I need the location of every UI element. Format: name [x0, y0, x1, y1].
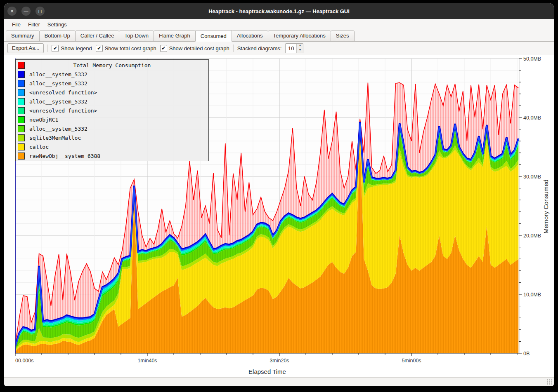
checkbox-label: Show total cost graph [105, 45, 156, 52]
menu-item-settings[interactable]: Settings [44, 20, 71, 29]
tab-bottom-up[interactable]: Bottom-Up [39, 31, 76, 41]
toolbar-separator [233, 45, 234, 52]
legend-label: alloc__system_5332 [29, 126, 87, 132]
stacked-diagrams-value: 10 [286, 44, 296, 53]
toolbar: Export As... ✔Show legend✔Show total cos… [4, 42, 554, 55]
legend-item: alloc__system_5332 [16, 79, 208, 88]
tab-consumed[interactable]: Consumed [195, 30, 232, 42]
svg-text:5min00s: 5min00s [402, 358, 421, 364]
legend-swatch [18, 125, 25, 132]
checkbox-label: Show detailed cost graph [169, 45, 229, 52]
checkbox-show-detailed-cost-graph[interactable]: ✔Show detailed cost graph [160, 45, 229, 52]
legend-label: <unresolved function> [29, 89, 97, 96]
legend-item: sqlite3MemMalloc [16, 133, 208, 142]
minimize-button[interactable]: — [21, 7, 31, 16]
tab-temporary-allocations[interactable]: Temporary Allocations [268, 31, 331, 41]
legend-label: alloc__system_5332 [29, 71, 87, 77]
checkmark-icon: ✔ [160, 45, 167, 52]
checkmark-icon: ✔ [96, 45, 103, 52]
svg-text:10,0MB: 10,0MB [523, 292, 541, 298]
legend-swatch [18, 71, 25, 78]
legend-title-row: Total Memory Consumption [16, 61, 208, 70]
spin-down-button[interactable]: ▼ [297, 48, 303, 53]
tab-caller-callee[interactable]: Caller / Callee [75, 31, 120, 41]
svg-text:3min20s: 3min20s [270, 358, 289, 364]
legend-item: alloc__system_5332 [16, 124, 208, 133]
legend-item: rawNewObj__system_6388 [16, 151, 208, 160]
window-title: Heaptrack - heaptrack.wakunode.1.gz — He… [4, 8, 554, 14]
svg-text:1min40s: 1min40s [137, 358, 157, 364]
checkbox-group: ✔Show legend✔Show total cost graph✔Show … [52, 45, 229, 52]
tab-bar: SummaryBottom-UpCaller / CalleeTop-DownF… [4, 30, 554, 42]
legend-item: <unresolved function> [16, 106, 208, 115]
legend-item: alloc__system_5332 [16, 97, 208, 106]
checkbox-label: Show legend [61, 45, 92, 52]
y-axis-title: Memory Consumed [542, 180, 549, 234]
legend-item: alloc__system_5332 [16, 70, 208, 79]
status-bar [4, 377, 554, 386]
toolbar-separator [47, 45, 48, 52]
legend-swatch [18, 116, 25, 123]
spin-down-icon: ▼ [298, 48, 301, 51]
menu-item-file[interactable]: File [8, 20, 24, 29]
spin-up-icon: ▲ [298, 44, 301, 47]
stacked-diagrams-spinbox[interactable]: 10 ▲ ▼ [285, 43, 303, 53]
legend-swatch [18, 107, 25, 114]
tab-allocations[interactable]: Allocations [232, 31, 268, 41]
title-bar[interactable]: ✕ — ◻ Heaptrack - heaptrack.wakunode.1.g… [4, 3, 554, 19]
tab-top-down[interactable]: Top-Down [119, 31, 154, 41]
close-button[interactable]: ✕ [7, 7, 17, 16]
stacked-diagrams-label: Stacked diagrams: [237, 45, 282, 52]
legend-item: newObjRC1 [16, 115, 208, 124]
tab-summary[interactable]: Summary [6, 31, 40, 41]
svg-text:40,0MB: 40,0MB [523, 115, 541, 121]
menu-item-filter[interactable]: Filter [24, 20, 44, 29]
legend-label: newObjRC1 [29, 117, 58, 123]
tab-flame-graph[interactable]: Flame Graph [154, 31, 196, 41]
checkbox-show-total-cost-graph[interactable]: ✔Show total cost graph [96, 45, 156, 52]
resize-grip-icon[interactable] [547, 379, 553, 385]
legend-swatch [18, 98, 25, 105]
svg-text:50,0MB: 50,0MB [523, 56, 541, 62]
x-axis-title: Elapsed Time [15, 368, 519, 375]
legend-swatch [18, 134, 25, 141]
minimize-icon: — [24, 9, 28, 14]
svg-text:00.000s: 00.000s [15, 358, 33, 364]
legend-swatch [18, 80, 25, 87]
legend-swatch [18, 89, 25, 96]
svg-text:20,0MB: 20,0MB [523, 233, 541, 239]
legend-label: <unresolved function> [29, 108, 97, 114]
tab-sizes[interactable]: Sizes [331, 31, 355, 41]
maximize-button[interactable]: ◻ [35, 7, 45, 16]
legend-label: calloc [29, 144, 49, 150]
maximize-icon: ◻ [38, 9, 42, 14]
legend-label: alloc__system_5332 [29, 99, 87, 105]
app-window: ✕ — ◻ Heaptrack - heaptrack.wakunode.1.g… [4, 3, 554, 386]
legend-label: sqlite3MemMalloc [29, 135, 81, 141]
chart-legend: Total Memory Consumptionalloc__system_53… [15, 59, 209, 161]
legend-swatch [18, 143, 25, 150]
legend-swatch [18, 153, 25, 160]
menu-bar: FileFilterSettings [4, 19, 554, 30]
spin-up-button[interactable]: ▲ [297, 44, 303, 48]
svg-text:0B: 0B [523, 351, 530, 357]
legend-label: rawNewObj__system_6388 [29, 153, 100, 159]
legend-label: alloc__system_5332 [29, 80, 87, 87]
legend-title: Total Memory Consumption [16, 62, 208, 68]
chart-region: 0B10,0MB20,0MB30,0MB40,0MB50,0MB00.000s1… [4, 55, 554, 377]
checkmark-icon: ✔ [52, 45, 59, 52]
checkbox-show-legend[interactable]: ✔Show legend [52, 45, 92, 52]
legend-item: <unresolved function> [16, 88, 208, 97]
export-as-button[interactable]: Export As... [7, 43, 44, 53]
close-icon: ✕ [10, 9, 14, 14]
svg-text:30,0MB: 30,0MB [523, 174, 541, 180]
legend-item: calloc [16, 142, 208, 151]
